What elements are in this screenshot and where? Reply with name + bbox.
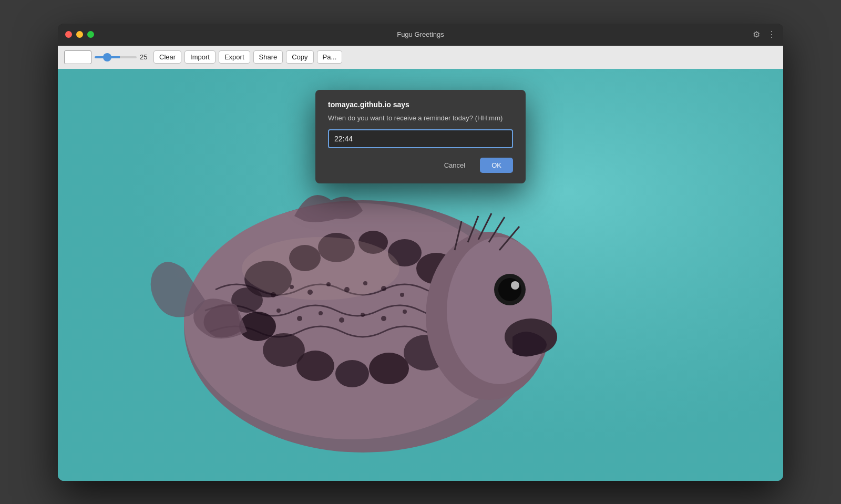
title-bar: Fugu Greetings ⚙ ⋮ <box>58 24 783 46</box>
ok-button[interactable]: OK <box>480 158 513 173</box>
pen-preview <box>64 50 91 64</box>
clear-button[interactable]: Clear <box>153 50 181 64</box>
dialog-box: tomayac.github.io says When do you want … <box>315 90 526 183</box>
dialog-buttons: Cancel OK <box>328 158 513 173</box>
maximize-button[interactable] <box>87 31 94 38</box>
traffic-lights <box>65 31 94 38</box>
extensions-icon[interactable]: ⚙ <box>753 29 760 39</box>
copy-button[interactable]: Copy <box>286 50 313 64</box>
menu-icon[interactable]: ⋮ <box>767 29 776 39</box>
modal-overlay: tomayac.github.io says When do you want … <box>58 69 783 481</box>
share-button[interactable]: Share <box>253 50 283 64</box>
dialog-message: When do you want to receive a reminder t… <box>328 114 513 122</box>
dialog-title: tomayac.github.io says <box>328 100 513 109</box>
minimize-button[interactable] <box>76 31 83 38</box>
slider-container: 25 <box>95 53 150 61</box>
size-slider[interactable] <box>95 56 137 58</box>
paste-button[interactable]: Pa... <box>317 50 343 64</box>
close-button[interactable] <box>65 31 72 38</box>
title-bar-right: ⚙ ⋮ <box>753 29 776 39</box>
canvas-area[interactable]: tomayac.github.io says When do you want … <box>58 69 783 481</box>
time-input[interactable] <box>328 129 513 148</box>
window-title: Fugu Greetings <box>397 30 444 38</box>
toolbar: 25 Clear Import Export Share Copy Pa... <box>58 46 783 69</box>
import-button[interactable]: Import <box>184 50 216 64</box>
export-button[interactable]: Export <box>219 50 250 64</box>
cancel-button[interactable]: Cancel <box>435 158 475 173</box>
slider-value: 25 <box>140 53 150 61</box>
browser-window: Fugu Greetings ⚙ ⋮ 25 Clear Import Expor… <box>58 24 783 481</box>
